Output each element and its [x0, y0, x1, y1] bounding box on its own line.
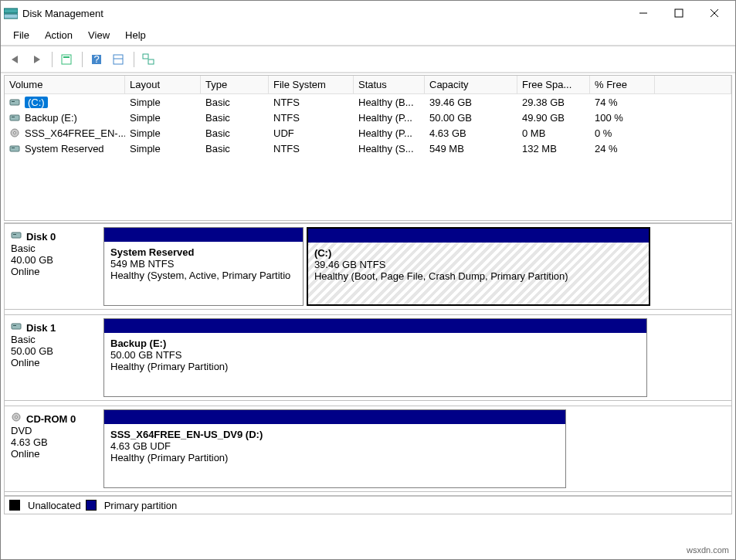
view-button[interactable]: [109, 49, 129, 70]
hdd-icon: [9, 97, 22, 107]
forward-button[interactable]: [27, 49, 47, 70]
partition[interactable]: (C:)39.46 GB NTFSHealthy (Boot, Page Fil…: [307, 227, 650, 306]
close-button[interactable]: [697, 2, 732, 25]
col-freespace[interactable]: Free Spa...: [517, 76, 590, 93]
cd-icon: [9, 128, 22, 137]
disk-name: Disk 0: [26, 231, 56, 243]
volume-fs: NTFS: [269, 141, 354, 156]
volume-pct: 24 %: [590, 141, 655, 156]
hdd-icon: [9, 144, 22, 153]
svg-rect-0: [4, 8, 18, 13]
volume-row[interactable]: SSS_X64FREE_EN-...SimpleBasicUDFHealthy …: [5, 125, 731, 141]
disk-row: Disk 1Basic50.00 GBOnlineBackup (E:)50.0…: [5, 314, 731, 401]
svg-rect-23: [13, 234, 16, 235]
volume-list[interactable]: Volume Layout Type File System Status Ca…: [4, 75, 732, 221]
disk-label[interactable]: Disk 1Basic50.00 GBOnline: [8, 318, 103, 397]
volume-status: Healthy (S...: [354, 141, 425, 156]
svg-rect-1: [4, 14, 18, 19]
disk-partitions: SSS_X64FREE_EN-US_DV9 (D:)4.63 GB UDFHea…: [103, 409, 728, 488]
refresh-button[interactable]: [57, 49, 77, 70]
col-layout[interactable]: Layout: [125, 76, 201, 93]
partition-sub: 549 MB NTFS: [110, 258, 297, 270]
volume-name: Backup (E:): [25, 112, 77, 124]
col-blank[interactable]: [655, 76, 731, 93]
svg-text:?: ?: [93, 53, 99, 65]
volume-list-header: Volume Layout Type File System Status Ca…: [5, 76, 731, 94]
volume-row[interactable]: Backup (E:)SimpleBasicNTFSHealthy (P...5…: [5, 110, 731, 125]
legend-primary-label: Primary partition: [104, 500, 178, 511]
volume-pct: 0 %: [590, 126, 655, 141]
disk-state: Online: [11, 357, 100, 368]
partition-name: System Reserved: [110, 246, 297, 258]
partition[interactable]: System Reserved549 MB NTFSHealthy (Syste…: [103, 227, 304, 306]
disk-label[interactable]: CD-ROM 0DVD4.63 GBOnline: [8, 409, 103, 488]
partition-status: Healthy (Boot, Page File, Crash Dump, Pr…: [314, 270, 643, 282]
title-bar: Disk Management: [1, 1, 735, 25]
volume-row[interactable]: System ReservedSimpleBasicNTFSHealthy (S…: [5, 141, 731, 156]
partition-status: Healthy (Primary Partition): [110, 452, 559, 463]
partition-sub: 4.63 GB UDF: [110, 440, 559, 452]
cd-icon: [11, 412, 23, 425]
svg-rect-15: [12, 101, 15, 102]
hdd-icon: [11, 321, 23, 334]
partition-name: SSS_X64FREE_EN-US_DV9 (D:): [110, 429, 559, 440]
partition-name: Backup (E:): [110, 338, 640, 349]
volume-status: Healthy (P...: [354, 110, 425, 125]
menu-help[interactable]: Help: [117, 28, 154, 42]
menu-action[interactable]: Action: [37, 28, 80, 42]
volume-pct: 100 %: [590, 110, 655, 125]
volume-name: System Reserved: [25, 143, 104, 154]
disk-name: CD-ROM 0: [26, 413, 76, 425]
disk-map: Disk 0Basic40.00 GBOnlineSystem Reserved…: [4, 222, 732, 496]
maximize-button[interactable]: [661, 2, 697, 25]
disk-name: Disk 1: [26, 322, 56, 334]
disk-map-body[interactable]: Disk 0Basic40.00 GBOnlineSystem Reserved…: [5, 223, 731, 495]
disk-row: Disk 0Basic40.00 GBOnlineSystem Reserved…: [5, 223, 731, 310]
svg-rect-3: [675, 9, 683, 17]
volume-capacity: 4.63 GB: [425, 126, 517, 141]
col-capacity[interactable]: Capacity: [425, 76, 517, 93]
partition-status: Healthy (System, Active, Primary Partiti…: [110, 270, 297, 281]
partition-sub: 39.46 GB NTFS: [314, 259, 643, 270]
svg-rect-14: [10, 100, 19, 105]
volume-fs: NTFS: [269, 95, 354, 110]
svg-rect-12: [143, 54, 148, 59]
volume-type: Basic: [201, 126, 269, 141]
watermark: wsxdn.com: [687, 545, 729, 555]
col-volume[interactable]: Volume: [5, 76, 125, 93]
volume-list-body: (C:)SimpleBasicNTFSHealthy (B...39.46 GB…: [5, 94, 731, 220]
partition[interactable]: Backup (E:)50.00 GB NTFSHealthy (Primary…: [103, 318, 647, 397]
partition[interactable]: SSS_X64FREE_EN-US_DV9 (D:)4.63 GB UDFHea…: [103, 409, 566, 488]
volume-name: (C:): [25, 97, 48, 108]
volume-fs: UDF: [269, 126, 354, 141]
volume-layout: Simple: [125, 126, 201, 141]
volume-row[interactable]: (C:)SimpleBasicNTFSHealthy (B...39.46 GB…: [5, 94, 731, 110]
disk-kind: Basic: [11, 243, 100, 254]
volume-capacity: 50.00 GB: [425, 110, 517, 125]
volume-capacity: 549 MB: [425, 141, 517, 156]
disk-size: 40.00 GB: [11, 254, 100, 266]
svg-rect-7: [63, 56, 70, 58]
svg-rect-22: [12, 232, 21, 238]
col-type[interactable]: Type: [201, 76, 269, 93]
col-pctfree[interactable]: % Free: [590, 76, 655, 93]
col-status[interactable]: Status: [354, 76, 425, 93]
partition-bar: [104, 228, 303, 242]
disk-label[interactable]: Disk 0Basic40.00 GBOnline: [8, 227, 103, 306]
minimize-button[interactable]: [626, 2, 661, 25]
help-button[interactable]: ?: [87, 49, 107, 70]
partition-name: (C:): [314, 247, 643, 259]
volume-fs: NTFS: [269, 110, 354, 125]
volume-pct: 74 %: [590, 95, 655, 110]
menu-file[interactable]: File: [5, 28, 37, 42]
volume-free: 0 MB: [517, 126, 590, 141]
svg-point-27: [15, 416, 18, 419]
hdd-icon: [9, 113, 22, 122]
back-button[interactable]: [5, 49, 25, 70]
menu-view[interactable]: View: [80, 28, 117, 42]
properties-button[interactable]: [139, 49, 159, 70]
volume-type: Basic: [201, 141, 269, 156]
col-filesystem[interactable]: File System: [269, 76, 354, 93]
hdd-icon: [11, 230, 23, 243]
app-icon: [4, 7, 18, 19]
